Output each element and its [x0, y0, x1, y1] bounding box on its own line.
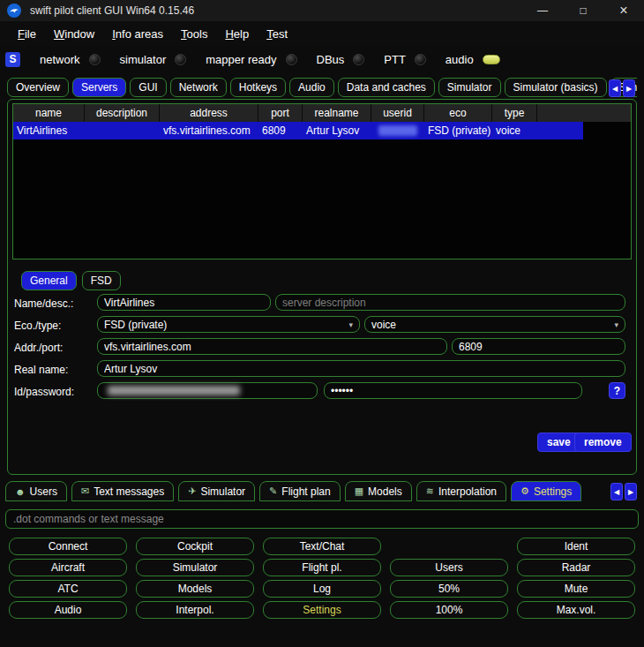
swift-badge: S: [5, 52, 20, 67]
text-messages-icon: ✉: [81, 485, 89, 497]
menu-item-file[interactable]: File: [9, 24, 45, 44]
text-chat-button[interactable]: Text/Chat: [263, 538, 381, 555]
minimize-button[interactable]: —: [522, 0, 563, 21]
server-name-input[interactable]: [97, 294, 271, 311]
menubar: File Window Info areas Tools Help Test: [0, 21, 644, 46]
app-icon: [7, 4, 21, 18]
grid-spacer: [390, 538, 508, 555]
network-led-icon: [89, 54, 101, 65]
menu-item-help[interactable]: Help: [216, 24, 258, 44]
eco-select[interactable]: FSD (private) ▾: [97, 316, 360, 333]
column-header-eco[interactable]: eco: [424, 104, 492, 122]
address-input[interactable]: [97, 338, 447, 355]
status-indicator-bar: S network simulator mapper ready DBus PT…: [0, 46, 644, 72]
info-area-tab-bar: ☻ Users ✉ Text messages ✈ Simulator ✎ Fl…: [5, 481, 607, 502]
scroll-left-icon[interactable]: ◀: [610, 483, 623, 500]
settings-tab-bar: Overview Servers GUI Network Hotkeys Aud…: [7, 78, 637, 99]
column-header-realname[interactable]: realname: [303, 104, 371, 122]
audio-button[interactable]: Audio: [9, 601, 127, 619]
voice-type-select[interactable]: voice ▾: [364, 316, 625, 333]
tab-hotkeys[interactable]: Hotkeys: [230, 78, 286, 97]
aircraft-button[interactable]: Aircraft: [9, 559, 127, 576]
tab-models[interactable]: ▦ Models: [345, 481, 412, 501]
real-name-input[interactable]: [97, 360, 625, 377]
tab-text-messages[interactable]: ✉ Text messages: [71, 481, 174, 501]
column-header-extra[interactable]: [537, 104, 583, 122]
user-id-redacted: [108, 386, 240, 395]
volume-100-button[interactable]: 100%: [390, 601, 508, 619]
server-description-input[interactable]: [275, 294, 625, 311]
tab-overview[interactable]: Overview: [7, 78, 69, 97]
column-header-description[interactable]: description: [85, 104, 160, 122]
cell-description: [85, 122, 160, 139]
settings-button[interactable]: Settings: [263, 601, 381, 619]
volume-50-button[interactable]: 50%: [390, 580, 508, 598]
status-indicator-simulator: simulator: [120, 53, 187, 66]
simulator-button[interactable]: Simulator: [136, 559, 254, 576]
tab-flight-plan[interactable]: ✎ Flight plan: [259, 481, 341, 501]
users-button[interactable]: Users: [390, 559, 508, 576]
port-input[interactable]: [452, 338, 625, 355]
max-vol-button[interactable]: Max.vol.: [517, 601, 635, 619]
tab-hotkeys-label: Hotkeys: [239, 81, 277, 94]
menu-item-test[interactable]: Test: [258, 24, 296, 44]
subtab-general[interactable]: General: [21, 271, 77, 290]
cell-extra: [537, 122, 583, 139]
tab-interpolation-label: Interpolation: [438, 485, 497, 498]
cell-eco: FSD (private): [424, 122, 492, 139]
menu-item-info-areas[interactable]: Info areas: [103, 24, 172, 44]
atc-button[interactable]: ATC: [9, 580, 127, 598]
close-button[interactable]: ×: [603, 0, 644, 21]
column-header-address[interactable]: address: [160, 104, 258, 122]
column-header-userid[interactable]: userid: [371, 104, 424, 122]
password-input[interactable]: [324, 382, 582, 399]
tab-users[interactable]: ☻ Users: [5, 481, 67, 501]
cockpit-button[interactable]: Cockpit: [136, 538, 254, 555]
help-button[interactable]: ?: [609, 382, 625, 399]
titlebar: swift pilot client GUI Win64 0.15.46 — □…: [0, 0, 644, 21]
flight-plan-button[interactable]: Flight pl.: [263, 559, 381, 576]
column-header-name[interactable]: name: [13, 104, 85, 122]
tab-interpolation[interactable]: ≋ Interpolation: [416, 481, 506, 501]
status-indicator-network: network: [40, 53, 101, 66]
table-row[interactable]: VirtAirlines vfs.virtairlines.com 6809 A…: [13, 122, 583, 139]
radar-button[interactable]: Radar: [517, 559, 635, 576]
subtab-fsd[interactable]: FSD: [82, 271, 121, 290]
eco-select-value: FSD (private): [104, 319, 167, 331]
command-input[interactable]: [5, 509, 639, 529]
scroll-right-icon[interactable]: ▶: [625, 483, 637, 500]
scroll-right-icon[interactable]: ▶: [623, 79, 635, 97]
menu-item-tools[interactable]: Tools: [172, 24, 216, 44]
dbus-label: DBus: [317, 53, 345, 66]
menu-item-window[interactable]: Window: [45, 24, 103, 44]
audio-label: audio: [446, 53, 474, 66]
tab-gui[interactable]: GUI: [130, 78, 166, 97]
scroll-left-icon[interactable]: ◀: [609, 79, 621, 97]
mute-button[interactable]: Mute: [517, 580, 635, 598]
column-header-port[interactable]: port: [258, 104, 303, 122]
tab-servers-label: Servers: [81, 81, 117, 94]
tab-simulator-info[interactable]: ✈ Simulator: [178, 481, 255, 501]
subtab-general-label: General: [30, 275, 68, 287]
remove-button[interactable]: remove: [574, 433, 632, 452]
tab-network[interactable]: Network: [170, 78, 227, 97]
connect-button[interactable]: Connect: [9, 538, 127, 555]
log-button[interactable]: Log: [263, 580, 381, 598]
user-id-input[interactable]: [97, 382, 318, 399]
ptt-label: PTT: [384, 53, 406, 66]
tab-audio[interactable]: Audio: [289, 78, 334, 97]
maximize-button[interactable]: □: [563, 0, 603, 21]
tab-settings[interactable]: ⚙ Settings: [511, 481, 581, 501]
tab-servers[interactable]: Servers: [72, 78, 126, 97]
tab-simulator-basics[interactable]: Simulator (basics): [505, 78, 607, 97]
interpol-button[interactable]: Interpol.: [136, 601, 254, 619]
models-button[interactable]: Models: [136, 580, 254, 598]
column-header-type[interactable]: type: [492, 104, 537, 122]
flight-plan-icon: ✎: [269, 485, 277, 497]
voice-type-value: voice: [371, 319, 396, 331]
tab-settings-label: Settings: [534, 485, 572, 498]
tab-data-and-caches[interactable]: Data and caches: [338, 78, 435, 97]
tab-overview-label: Overview: [16, 81, 60, 94]
ident-button[interactable]: Ident: [517, 538, 635, 555]
tab-simulator[interactable]: Simulator: [438, 78, 501, 97]
